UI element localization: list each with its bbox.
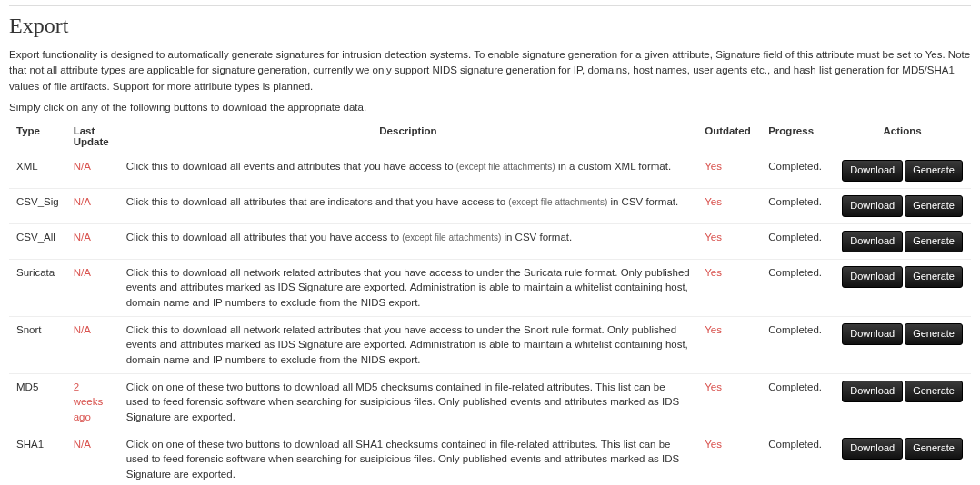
cell-last-update: N/A [66,431,119,485]
cell-type: MD5 [9,373,66,431]
cell-last-update: N/A [66,316,119,373]
download-button[interactable]: Download [842,381,903,402]
cell-description: Click this to download all network relat… [119,316,698,373]
cell-description: Click this to download all network relat… [119,259,698,316]
cell-outdated: Yes [697,188,761,223]
cell-description: Click on one of these two buttons to dow… [119,373,698,431]
cell-type: CSV_Sig [9,188,66,223]
generate-button[interactable]: Generate [905,195,963,217]
cell-last-update: N/A [66,153,119,188]
download-button[interactable]: Download [842,438,903,460]
table-row: SHA1N/AClick on one of these two buttons… [9,431,971,485]
col-actions: Actions [834,120,971,153]
except-note: (except file attachments) [456,162,555,172]
cell-description: Click this to download all attributes th… [119,188,698,223]
table-row: XMLN/AClick this to download all events … [9,153,971,188]
export-table: Type Last Update Description Outdated Pr… [9,120,971,485]
cell-description: Click on one of these two buttons to dow… [119,431,698,485]
cell-progress: Completed. [761,316,834,373]
cell-outdated: Yes [697,259,761,316]
table-row: CSV_AllN/AClick this to download all att… [9,223,971,259]
generate-button[interactable]: Generate [905,323,963,345]
generate-button[interactable]: Generate [905,231,963,252]
cell-last-update: N/A [66,223,119,259]
intro-text: Export functionality is designed to auto… [9,47,971,94]
cell-last-update: 2 weeks ago [66,373,119,431]
cell-type: CSV_All [9,223,66,259]
cell-outdated: Yes [697,223,761,259]
cell-actions: DownloadGenerate [834,223,971,259]
cell-actions: DownloadGenerate [834,259,971,316]
col-last-update: Last Update [66,120,119,153]
download-button[interactable]: Download [842,266,903,288]
except-note: (except file attachments) [402,233,501,242]
generate-button[interactable]: Generate [905,160,963,182]
cell-actions: DownloadGenerate [834,373,971,431]
cell-description: Click this to download all attributes th… [119,223,698,259]
table-row: MD52 weeks agoClick on one of these two … [9,373,971,431]
cell-actions: DownloadGenerate [834,153,971,188]
col-progress: Progress [761,120,834,153]
page-title: Export [9,14,971,38]
cell-actions: DownloadGenerate [834,316,971,373]
cell-progress: Completed. [761,259,834,316]
cell-outdated: Yes [697,153,761,188]
download-button[interactable]: Download [842,231,903,252]
generate-button[interactable]: Generate [905,266,963,288]
cell-progress: Completed. [761,153,834,188]
cell-type: SHA1 [9,431,66,485]
cell-type: XML [9,153,66,188]
cell-outdated: Yes [697,431,761,485]
download-button[interactable]: Download [842,160,903,182]
col-outdated: Outdated [697,120,761,153]
cell-type: Snort [9,316,66,373]
cell-progress: Completed. [761,223,834,259]
table-row: CSV_SigN/AClick this to download all att… [9,188,971,223]
cell-progress: Completed. [761,373,834,431]
except-note: (except file attachments) [508,197,607,207]
cell-progress: Completed. [761,431,834,485]
table-row: SnortN/AClick this to download all netwo… [9,316,971,373]
generate-button[interactable]: Generate [905,381,963,402]
cell-outdated: Yes [697,373,761,431]
table-row: SuricataN/AClick this to download all ne… [9,259,971,316]
download-button[interactable]: Download [842,195,903,217]
col-type: Type [9,120,66,153]
cell-outdated: Yes [697,316,761,373]
cell-actions: DownloadGenerate [834,431,971,485]
cell-last-update: N/A [66,259,119,316]
download-button[interactable]: Download [842,323,903,345]
cell-progress: Completed. [761,188,834,223]
cell-actions: DownloadGenerate [834,188,971,223]
sub-text: Simply click on any of the following but… [9,102,971,113]
cell-last-update: N/A [66,188,119,223]
cell-type: Suricata [9,259,66,316]
cell-description: Click this to download all events and at… [119,153,698,188]
generate-button[interactable]: Generate [905,438,963,460]
col-description: Description [119,120,698,153]
